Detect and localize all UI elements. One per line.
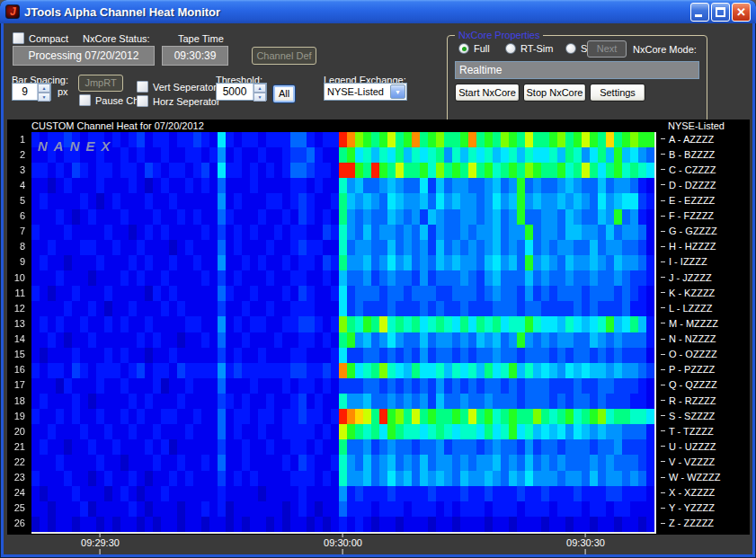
- compact-checkbox[interactable]: [13, 32, 24, 44]
- heatmap-frame: [31, 132, 656, 534]
- spin-down-icon[interactable]: [253, 93, 266, 102]
- legend-label: H - HZZZZ: [669, 241, 716, 252]
- spin-up-icon[interactable]: [38, 84, 50, 93]
- close-button[interactable]: [732, 3, 751, 22]
- start-nxcore-button[interactable]: Start NxCore: [455, 84, 520, 102]
- row-number: 14: [7, 333, 25, 344]
- row-number: 26: [7, 518, 25, 528]
- legend-tick: [661, 261, 665, 262]
- legend-exchange-dropdown[interactable]: NYSE-Listed: [324, 83, 407, 101]
- row-number: 20: [7, 426, 25, 437]
- radio-icon: [565, 43, 576, 54]
- legend-label: P - PZZZZ: [669, 364, 715, 375]
- horz-seperator-label: Horz Seperator: [153, 96, 220, 107]
- legend-tick: [661, 216, 665, 217]
- legend-item: M - MZZZZ: [661, 318, 718, 329]
- legend-item: C - CZZZZ: [661, 164, 716, 175]
- settings-button[interactable]: Settings: [590, 84, 645, 102]
- channel-def-button[interactable]: Channel Def: [252, 47, 316, 65]
- legend-label: R - RZZZZ: [669, 395, 716, 406]
- legend-item: T - TZZZZ: [661, 426, 714, 437]
- legend-label: U - UZZZZ: [669, 441, 716, 452]
- bar-spacing-stepper[interactable]: 9: [12, 83, 51, 101]
- row-number: 2: [7, 149, 25, 160]
- vert-seperator-label: Vert Seperator: [153, 82, 217, 93]
- legend-item: V - VZZZZ: [661, 456, 715, 467]
- legend-label: I - IZZZZ: [669, 256, 707, 267]
- row-number: 1: [7, 134, 25, 145]
- pause-chrt-checkbox[interactable]: [79, 94, 91, 106]
- minimize-button[interactable]: [690, 3, 709, 22]
- legend-item: Y - YZZZZ: [661, 502, 715, 513]
- legend-tick: [661, 307, 665, 308]
- all-button[interactable]: All: [272, 84, 296, 103]
- radio-icon: [505, 43, 516, 54]
- vert-seperator-checkbox[interactable]: [137, 81, 148, 93]
- app-icon: [5, 4, 20, 19]
- row-number: 24: [7, 487, 25, 498]
- row-number: 3: [7, 164, 25, 175]
- x-tick-label: 09:29:30: [81, 537, 120, 549]
- legend-tick: [661, 354, 665, 355]
- legend-label: W - WZZZZ: [669, 472, 720, 483]
- legend-tick: [661, 369, 665, 370]
- legend-tick: [661, 277, 665, 278]
- next-button[interactable]: Next: [587, 40, 627, 58]
- legend-item: F - FZZZZ: [661, 210, 714, 221]
- legend-label: M - MZZZZ: [669, 318, 718, 329]
- threshold-stepper[interactable]: 5000: [216, 83, 267, 101]
- row-number: 7: [7, 226, 25, 236]
- legend-item: G - GZZZZ: [661, 226, 717, 236]
- row-number: 12: [7, 303, 25, 314]
- row-number: 17: [7, 379, 25, 390]
- legend-item: K - KZZZZ: [661, 288, 715, 298]
- row-number: 5: [7, 195, 25, 206]
- row-number: 16: [7, 364, 25, 375]
- row-number: 13: [7, 318, 25, 329]
- chevron-down-icon[interactable]: [390, 84, 405, 99]
- legend-tick: [661, 461, 665, 462]
- legend-tick: [661, 200, 665, 201]
- legend-label: Y - YZZZZ: [669, 502, 715, 513]
- legend-tick: [661, 430, 665, 431]
- radio-icon: [458, 43, 469, 54]
- legend-label: D - DZZZZ: [669, 180, 716, 190]
- legend-item: B - BZZZZ: [661, 149, 715, 160]
- nxcore-mode-label: NxCore Mode:: [633, 44, 697, 55]
- horz-seperator-checkbox[interactable]: [137, 95, 148, 107]
- compact-label: Compact: [29, 33, 68, 44]
- maximize-button[interactable]: [711, 3, 730, 22]
- legend-tick: [661, 508, 665, 509]
- legend-label: Q - QZZZZ: [669, 379, 717, 390]
- legend-label: E - EZZZZ: [669, 195, 715, 206]
- legend-tick: [661, 523, 665, 524]
- radio-rt-sim[interactable]: RT-Sim: [505, 43, 553, 54]
- bar-spacing-value: 9: [13, 84, 37, 100]
- spin-up-icon[interactable]: [253, 84, 266, 93]
- legend-tick: [661, 323, 665, 323]
- status-display: Processing 07/20/2012: [13, 46, 155, 66]
- legend-label: N - NZZZZ: [669, 333, 716, 344]
- spin-down-icon[interactable]: [38, 93, 50, 102]
- legend-label: O - OZZZZ: [669, 349, 717, 359]
- chart-title: CUSTOM Channel Heat for 07/20/2012: [31, 120, 204, 131]
- nxcore-group-title: NxCore Properties: [455, 30, 543, 40]
- tape-time-display: 09:30:39: [162, 46, 228, 66]
- legend-tick: [661, 385, 665, 385]
- row-number: 9: [7, 256, 25, 267]
- row-number: 4: [7, 180, 25, 190]
- row-number: 22: [7, 456, 25, 467]
- heatmap[interactable]: [31, 132, 654, 532]
- legend-item: W - WZZZZ: [661, 472, 720, 483]
- legend-label: G - GZZZZ: [669, 226, 717, 236]
- legend-label: X - XZZZZ: [669, 487, 715, 498]
- legend-tick: [661, 231, 665, 232]
- radio-full[interactable]: Full: [458, 43, 490, 54]
- stop-nxcore-button[interactable]: Stop NxCore: [523, 84, 586, 102]
- x-tick: 09:30:30: [566, 532, 605, 554]
- row-number: 15: [7, 349, 25, 359]
- legend-item: D - DZZZZ: [661, 180, 716, 190]
- jmprt-button[interactable]: JmpRT: [78, 75, 123, 92]
- legend-tick: [661, 446, 665, 447]
- legend-tick: [661, 477, 665, 478]
